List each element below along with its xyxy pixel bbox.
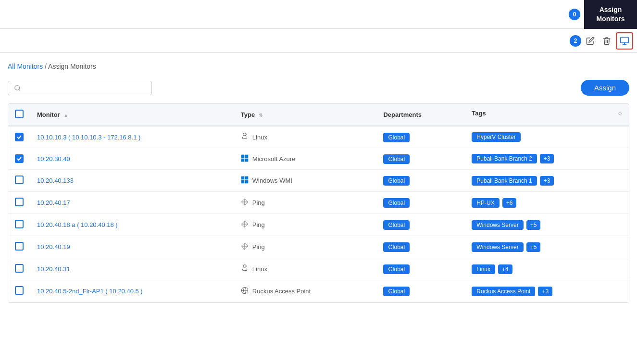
table-row: 10.20.40.19 Ping Global Windows Server +… xyxy=(8,236,629,258)
row-checkbox[interactable] xyxy=(15,242,24,251)
tags-cell: Pubali Bank Branch 1 +3 xyxy=(465,170,629,192)
row-checkbox-cell[interactable] xyxy=(8,148,30,170)
monitor-cell: 10.10.10.3 ( 10.10.10.3 - 172.16.8.1 ) xyxy=(30,126,234,148)
monitor-cell: 10.20.40.19 xyxy=(30,236,234,258)
monitor-cell: 10.20.40.31 xyxy=(30,258,234,280)
type-column-header[interactable]: Type ⇅ xyxy=(234,104,377,126)
search-box[interactable] xyxy=(8,81,152,95)
monitor-column-header[interactable]: Monitor ▲ xyxy=(30,104,234,126)
tag-count-badge: +3 xyxy=(538,287,552,296)
table-row: 10.20.40.5-2nd_Flr-AP1 ( 10.20.40.5 ) Ru… xyxy=(8,280,629,302)
type-icon xyxy=(241,242,249,251)
monitor-link[interactable]: 10.20.40.18 a ( 10.20.40.18 ) xyxy=(37,221,118,228)
row-checkbox-cell[interactable] xyxy=(8,258,30,280)
dept-cell: Global xyxy=(376,126,465,148)
search-input[interactable] xyxy=(25,84,146,92)
monitor-sort-icon: ▲ xyxy=(63,113,68,118)
type-label: Linux xyxy=(252,134,267,141)
edit-button[interactable] xyxy=(583,34,598,48)
row-checkbox-cell[interactable] xyxy=(8,236,30,258)
dept-badge: Global xyxy=(383,154,410,164)
type-icon xyxy=(241,133,249,142)
row-checkbox[interactable] xyxy=(15,198,24,206)
monitor-cell: 10.20.40.5-2nd_Flr-AP1 ( 10.20.40.5 ) xyxy=(30,280,234,302)
monitor-link[interactable]: 10.20.40.17 xyxy=(37,199,70,206)
table-header-row: Monitor ▲ Type ⇅ Departments Tags ◇ xyxy=(8,104,629,126)
type-icon xyxy=(241,287,249,296)
type-label: Ruckus Access Point xyxy=(252,288,311,295)
row-checkbox-cell[interactable] xyxy=(8,192,30,214)
dept-cell: Global xyxy=(376,236,465,258)
svg-rect-9 xyxy=(245,154,248,158)
badge-0: 0 xyxy=(569,9,580,20)
dept-cell: Global xyxy=(376,214,465,236)
tags-cell: Linux +4 xyxy=(465,258,629,280)
select-all-header[interactable] xyxy=(8,104,30,126)
table-row: 10.20.30.40 Microsoft Azure Global Pubal… xyxy=(8,148,629,170)
row-checkbox[interactable] xyxy=(15,133,24,141)
tags-cell: HP-UX +6 xyxy=(465,192,629,214)
tags-cell: Ruckus Access Point +3 xyxy=(465,280,629,302)
assign-monitors-button[interactable]: Assign Monitors xyxy=(584,0,637,29)
type-icon xyxy=(241,154,249,163)
table-row: 10.20.40.18 a ( 10.20.40.18 ) Ping Globa… xyxy=(8,214,629,236)
tag-count-badge: +6 xyxy=(502,198,517,208)
dept-cell: Global xyxy=(376,170,465,192)
tag-count-badge: +3 xyxy=(540,176,554,186)
dept-cell: Global xyxy=(376,192,465,214)
tag-badge: HP-UX xyxy=(472,198,499,208)
dept-badge: Global xyxy=(383,287,410,296)
type-cell: Ruckus Access Point xyxy=(234,280,377,302)
monitor-cell: 10.20.30.40 xyxy=(30,148,234,170)
search-icon xyxy=(14,84,21,92)
assign-button[interactable]: Assign xyxy=(581,80,629,96)
row-checkbox[interactable] xyxy=(15,286,24,295)
monitor-link[interactable]: 10.10.10.3 ( 10.10.10.3 - 172.16.8.1 ) xyxy=(37,134,140,141)
table-row: 10.10.10.3 ( 10.10.10.3 - 172.16.8.1 ) L… xyxy=(8,126,629,148)
row-checkbox-cell[interactable] xyxy=(8,214,30,236)
type-cell: Windows WMI xyxy=(234,170,377,192)
dept-badge: Global xyxy=(383,220,410,230)
dept-badge: Global xyxy=(383,198,410,208)
breadcrumb-all-monitors[interactable]: All Monitors xyxy=(8,63,43,70)
monitor-cell: 10.20.40.133 xyxy=(30,170,234,192)
table-row: 10.20.40.133 Windows WMI Global Pubali B… xyxy=(8,170,629,192)
table-row: 10.20.40.17 Ping Global HP-UX +6 xyxy=(8,192,629,214)
row-checkbox-cell[interactable] xyxy=(8,170,30,192)
tag-badge: Pubali Bank Branch 2 xyxy=(472,154,537,163)
row-checkbox[interactable] xyxy=(15,264,24,273)
tag-badge: Linux xyxy=(472,264,495,274)
tags-sort-icon: ◇ xyxy=(618,111,622,116)
departments-column-header: Departments xyxy=(376,104,465,126)
tag-count-badge: +5 xyxy=(526,220,541,230)
tag-count-badge: +5 xyxy=(526,242,541,252)
row-checkbox-cell[interactable] xyxy=(8,280,30,302)
row-checkbox[interactable] xyxy=(15,176,24,184)
monitor-link[interactable]: 10.20.40.133 xyxy=(37,177,74,184)
dept-badge: Global xyxy=(383,242,410,252)
select-all-checkbox[interactable] xyxy=(15,110,24,118)
tags-cell: Windows Server +5 xyxy=(465,236,629,258)
delete-button[interactable] xyxy=(600,34,614,48)
svg-rect-15 xyxy=(245,180,248,184)
monitor-link[interactable]: 10.20.40.5-2nd_Flr-AP1 ( 10.20.40.5 ) xyxy=(37,288,143,295)
type-cell: Microsoft Azure xyxy=(234,148,377,170)
tag-badge: Windows Server xyxy=(472,242,523,252)
svg-line-4 xyxy=(19,89,20,90)
monitor-link[interactable]: 10.20.40.19 xyxy=(37,243,70,251)
monitor-link[interactable]: 10.20.40.31 xyxy=(37,265,70,273)
tag-badge: Ruckus Access Point xyxy=(472,287,535,296)
dept-cell: Global xyxy=(376,148,465,170)
row-checkbox[interactable] xyxy=(15,220,24,228)
dept-badge: Global xyxy=(383,176,410,186)
row-checkbox[interactable] xyxy=(15,154,24,163)
tags-cell: Pubali Bank Branch 2 +3 xyxy=(465,148,629,170)
monitor-button[interactable] xyxy=(616,32,633,50)
svg-rect-11 xyxy=(245,158,248,162)
type-label: Linux xyxy=(252,265,267,273)
breadcrumb-assign-monitors: Assign Monitors xyxy=(48,63,96,70)
monitor-cell: 10.20.40.18 a ( 10.20.40.18 ) xyxy=(30,214,234,236)
row-checkbox-cell[interactable] xyxy=(8,126,30,148)
type-label: Windows WMI xyxy=(252,177,292,184)
monitor-link[interactable]: 10.20.30.40 xyxy=(37,155,70,163)
